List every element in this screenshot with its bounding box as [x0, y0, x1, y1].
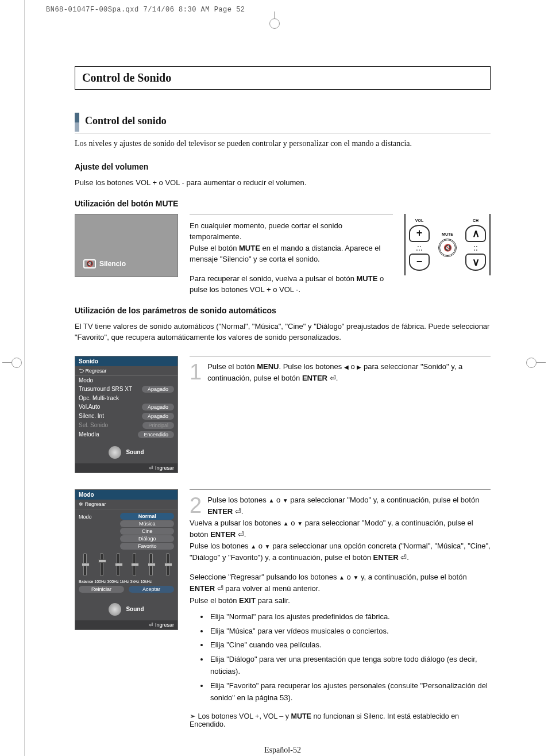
- step1-text: 1 Pulse el botón MENU. Pulse los botones…: [190, 356, 491, 384]
- mode-option-desc: Elija "Diálogo" para ver una presentació…: [209, 654, 491, 678]
- osd2-left-label: Modo: [79, 513, 114, 520]
- mute-icon: 🔇: [83, 259, 96, 268]
- osd2-enter: Ingresar: [75, 620, 177, 630]
- sub-volume-text: Pulse los botones VOL + o VOL - para aum…: [75, 177, 491, 189]
- chapter-title: Control de Sonido: [75, 66, 491, 90]
- osd1-item: MelodíaEncendido: [75, 430, 177, 439]
- sub-auto-intro: El TV tiene valores de sonido automático…: [75, 321, 491, 343]
- remote-ch-label: CH: [473, 218, 478, 222]
- osd1-item: Modo: [75, 376, 177, 385]
- section-intro: Los niveles y ajustes de sonido del tele…: [75, 139, 491, 148]
- speaker-icon: [109, 603, 121, 616]
- osd1-title: Sonido: [75, 356, 177, 366]
- osd2-option: Favorito: [120, 543, 174, 550]
- remote-vol-down: −: [409, 254, 430, 271]
- osd2-option: Normal: [120, 513, 174, 520]
- remote-mute-button: 🔇: [438, 239, 457, 257]
- osd2-title: Modo: [75, 490, 177, 500]
- osd1-item: Trusurround SRS XTApagado: [75, 385, 177, 394]
- osd1-item: Silenc. IntApagado: [75, 412, 177, 421]
- osd2-accept: Aceptar: [129, 586, 174, 593]
- mode-option-desc: Elija "Cine" cuando vea películas.: [209, 639, 491, 651]
- mute-p1b: Pulse el botón MUTE en el mando a distan…: [190, 243, 393, 265]
- mode-option-desc: Elija "Normal" para los ajustes predefin…: [209, 611, 491, 623]
- osd1-back: ⮌ Regresar: [75, 366, 177, 376]
- mode-option-desc: Elija "Música" para ver vídeos musicales…: [209, 625, 491, 638]
- osd-sound-menu: Sonido ⮌ Regresar ModoTrusurround SRS XT…: [75, 356, 178, 473]
- mute-p1a: En cualquier momento, puede cortar el so…: [190, 220, 393, 243]
- osd1-category: Sound: [75, 439, 177, 463]
- osd2-eq-labels: Balance 100Hz 300Hz 1kHz 3kHz 10kHz: [75, 580, 177, 586]
- osd-mode-menu: Modo ✲ Regresar Modo NormalMúsicaCineDiá…: [75, 489, 178, 630]
- tv-screenshot-mute: 🔇 Silencio: [75, 214, 178, 277]
- osd1-item: Sel. SonidoPrincipal: [75, 421, 177, 430]
- step2-text: 2 Pulse los botones ▲ o ▼ para seleccion…: [190, 489, 491, 704]
- mute-instructions: En cualquier momento, puede cortar el so…: [190, 214, 393, 296]
- note: Los botones VOL +, VOL – y MUTE no funci…: [190, 712, 491, 728]
- remote-ch-down: ∨: [465, 254, 486, 271]
- osd2-option: Cine: [120, 528, 174, 535]
- print-job-header: BN68-01047F-00Spa.qxd 7/14/06 8:30 AM Pa…: [46, 6, 245, 14]
- remote-diagram: VOL + ∘∘∘∘∘ − MUTE 🔇 CH ∧ ∘∘∘∘ ∨: [404, 214, 491, 275]
- remote-ch-up: ∧: [465, 225, 486, 242]
- page-footer: Español-52: [75, 746, 491, 755]
- osd2-category: Sound: [75, 596, 177, 620]
- mode-option-desc: Elija "Favorito" para recuperar los ajus…: [209, 680, 491, 704]
- step1-number: 1: [190, 361, 202, 383]
- step2-number: 2: [190, 494, 202, 516]
- mute-badge-label: Silencio: [99, 260, 126, 268]
- section-heading: Control del sonido: [85, 113, 167, 132]
- osd1-enter: Ingresar: [75, 463, 177, 473]
- section-heading-row: Control del sonido: [75, 113, 491, 133]
- osd1-item: Vol.AutoApagado: [75, 402, 177, 412]
- osd2-back: ✲ Regresar: [75, 500, 177, 509]
- sub-auto-title: Utilización de los parámetros de sonido …: [75, 306, 491, 315]
- remote-mute-label: MUTE: [442, 232, 453, 236]
- remote-vol-label: VOL: [415, 218, 423, 222]
- osd1-item: Opc. Multi-track: [75, 394, 177, 402]
- speaker-icon: [109, 446, 121, 459]
- sub-volume-title: Ajuste del volumen: [75, 162, 491, 171]
- sub-mute-title: Utilización del botón MUTE: [75, 199, 491, 208]
- mute-p2: Para recuperar el sonido, vuelva a pulsa…: [190, 273, 393, 296]
- osd2-reset: Reiniciar: [79, 586, 124, 593]
- osd2-option: Diálogo: [120, 535, 174, 542]
- osd2-option: Música: [120, 520, 174, 527]
- remote-vol-up: +: [409, 225, 430, 242]
